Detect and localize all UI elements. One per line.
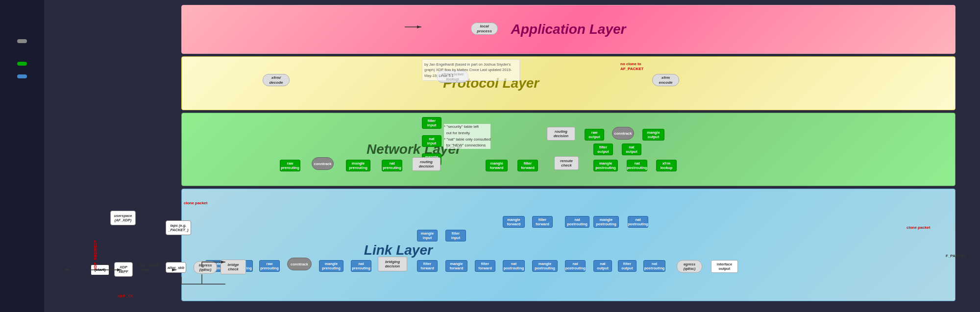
nat-postrouting-b3-node: natpostrouting (643, 260, 665, 272)
filter-output-b-node: filteroutput (618, 260, 637, 272)
nat-prerouting-node: natprerouting (382, 160, 402, 171)
application-layer: Application Layer localprocess (181, 5, 956, 54)
nat-input-node: natinput (422, 135, 441, 147)
filter-output-node: filteroutput (593, 144, 613, 155)
nat-postrouting-top-node: natpostrouting (565, 216, 589, 228)
diagram: Application Layer localprocess Protocol … (0, 0, 980, 312)
conntrack-out-node: conntrack (612, 127, 634, 140)
link-layer: Link Layer broutebrouting natprerouting … (181, 189, 956, 301)
raw-prerouting-node: rawprerouting (280, 160, 300, 171)
mangle-prerouting-link-node: mangleprerouting (319, 260, 343, 272)
raw-prerouting-link-node: rawprerouting (259, 260, 280, 272)
xdp-tx-label: XDP_TX (118, 294, 133, 298)
taps-node: taps (e.g._PACKET_) (166, 220, 191, 235)
xdp-ebpf-node: XDPeBPF (114, 262, 133, 277)
raw-output-node: rawoutput (585, 129, 604, 141)
nat-postrouting-b2-node: natpostrouting (565, 260, 586, 272)
routing-decision-net-node: routingdecision (412, 157, 441, 171)
filter-forward-b2-node: filterforward (475, 260, 495, 272)
mangle-forward-top-node: mangleforward (503, 216, 525, 228)
nat-output-node: natoutput (622, 144, 641, 155)
userspace-af-xdp-node: userspace(AF_XDP) (110, 211, 136, 225)
clone-packet-right-label: clone packet (906, 225, 930, 230)
reroute-check-node: reroutecheck (554, 156, 579, 170)
nat-prerouting-link2-node: natprerouting (351, 260, 371, 272)
xdp-redirect-label: XDP_REDIRECT (93, 240, 98, 270)
mangle-postrouting-node: manglepostrouting (593, 160, 618, 171)
filter-forward-top-node: filterforward (532, 216, 553, 228)
af-packet-right-label: F_PACKET (946, 254, 966, 258)
alloc-skb-node: alloc_skb (166, 262, 186, 273)
mangle-postrouting-top-node: manglepostrouting (593, 216, 619, 228)
mangle-postrouting-b-node: manglepostrouting (532, 260, 558, 272)
nat-postrouting-node: natpostrouting (627, 160, 647, 171)
author-note: by Jan Engelhardt (based in part on Josh… (422, 59, 520, 81)
bridge-check-node: bridgecheck (220, 260, 246, 274)
routing-decision-right-node: routingdecision (547, 127, 575, 141)
network-layer: Network Layer filterinput natinput mangl… (181, 113, 956, 186)
protocol-layer: Protocol Layer xfrm/decode xfrm/socketlo… (181, 56, 956, 110)
xfrm-decode-node: xfrm/decode (263, 74, 290, 86)
main-area: Application Layer localprocess Protocol … (44, 0, 980, 312)
mangle-forward-node: mangleforward (486, 160, 508, 171)
xfrm-lookup-node: xfrmlookup (656, 160, 677, 171)
nat-postrouting-top2-node: natpostrouting (628, 216, 648, 228)
bridging-decision-node: bridgingdecision (378, 257, 407, 271)
link-layer-title: Link Layer (364, 242, 433, 258)
nat-output-b-node: natoutput (593, 260, 612, 272)
mangle-prerouting-node: mangleprerouting (346, 160, 370, 171)
mangle-input-link-node: mangleinput (417, 230, 438, 241)
nat-postrouting-b-node: natpostrouting (503, 260, 525, 272)
application-layer-title: Application Layer (511, 22, 626, 37)
filter-input-node: filterinput (422, 117, 441, 129)
legend-gray (17, 39, 27, 43)
xdp-pass-label: XDP_PASS (139, 263, 159, 267)
filter-forward-node: filterforward (517, 160, 538, 171)
clone-packet-left-label: clone packet (184, 201, 207, 205)
legend-blue (17, 74, 27, 78)
egress-qdisc-node: egress(qdisc) (677, 260, 702, 273)
mangle-forward-b-node: mangleforward (445, 260, 467, 272)
left-sidebar (0, 0, 44, 312)
ingress-qdisc-node: ingress(qdisc) (194, 261, 217, 274)
conntrack-link-node: conntrack (287, 258, 312, 270)
conntrack-net-node: conntrack (312, 157, 334, 170)
legend-green (17, 62, 27, 66)
local-process-node: localprocess (471, 23, 498, 35)
network-notes: * "security" table left out for brevity … (444, 124, 490, 149)
filter-input-link-node: filterinput (445, 230, 466, 241)
xfrm-encode-node: xfrmencode (652, 74, 679, 86)
no-clone-label: no clone toAF_PACKET (620, 62, 643, 72)
mangle-output-node: mangleoutput (642, 129, 664, 141)
filter-forward-b-node: filterforward (417, 260, 438, 272)
interface-output-node: interfaceoutput (711, 260, 738, 273)
